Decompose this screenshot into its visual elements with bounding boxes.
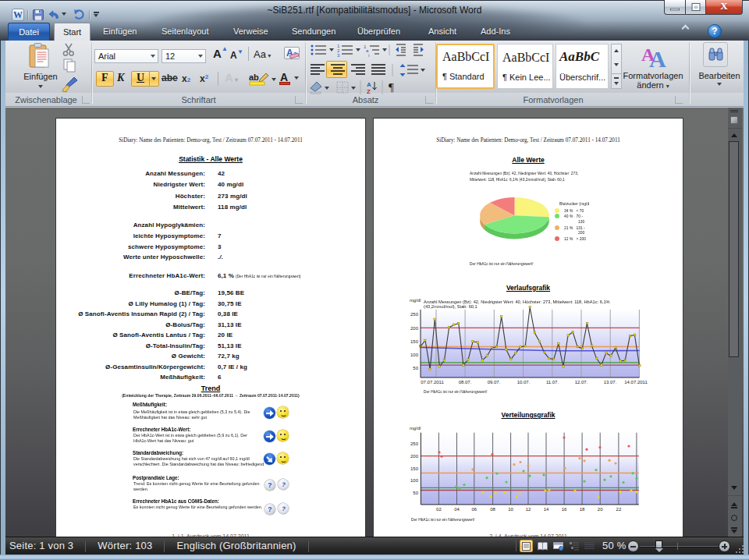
- svg-text:ab: ab: [249, 73, 259, 82]
- svg-text:100: 100: [410, 478, 419, 483]
- svg-text:50: 50: [413, 491, 418, 495]
- svg-text:150: 150: [410, 339, 419, 344]
- svg-text:12.07.: 12.07.: [575, 380, 588, 385]
- svg-text:¶: ¶: [389, 81, 394, 94]
- svg-text:A: A: [649, 46, 666, 69]
- svg-text:Z: Z: [367, 88, 371, 94]
- svg-text:200: 200: [410, 326, 419, 331]
- svg-text:22: 22: [616, 507, 622, 512]
- svg-text:12: 12: [526, 507, 531, 512]
- svg-text:14.07.2011: 14.07.2011: [624, 380, 648, 385]
- svg-text:13.07.: 13.07.: [604, 380, 617, 385]
- svg-text:i: i: [368, 53, 369, 57]
- svg-text:20: 20: [598, 507, 603, 512]
- svg-text:14: 14: [544, 507, 549, 512]
- svg-text:11.07.: 11.07.: [546, 380, 559, 385]
- svg-text:02: 02: [436, 507, 442, 512]
- svg-text:250: 250: [410, 441, 419, 446]
- svg-text:07.07.2011: 07.07.2011: [421, 380, 444, 385]
- svg-text:10.07.: 10.07.: [517, 380, 531, 385]
- svg-text:06: 06: [471, 507, 477, 512]
- svg-text:50: 50: [413, 366, 418, 370]
- svg-text:100: 100: [410, 353, 419, 357]
- svg-text:08: 08: [490, 507, 495, 512]
- svg-text:250: 250: [410, 312, 419, 317]
- svg-text:10: 10: [508, 507, 513, 512]
- svg-text:3: 3: [337, 53, 340, 57]
- svg-text:09.07.: 09.07.: [488, 380, 501, 385]
- svg-text:A: A: [367, 81, 371, 88]
- svg-text:08.07.: 08.07.: [459, 380, 472, 385]
- svg-text:150: 150: [410, 466, 419, 471]
- svg-text:16: 16: [562, 507, 567, 512]
- svg-text:04: 04: [454, 507, 460, 512]
- svg-text:18: 18: [580, 507, 585, 512]
- svg-text:200: 200: [410, 454, 419, 459]
